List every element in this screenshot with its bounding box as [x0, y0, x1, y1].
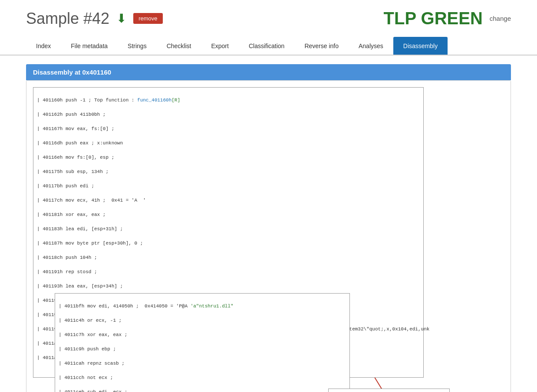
disassembly-container[interactable]: | 401160h push -1 ; Top function : func_…: [26, 80, 511, 392]
disassembly-section: Disassembly at 0x401160: [26, 64, 511, 392]
navigation-tabs: Index File metadata Strings Checklist Ex…: [0, 37, 537, 56]
tab-file-metadata[interactable]: File metadata: [61, 37, 118, 55]
tab-classification[interactable]: Classification: [239, 37, 294, 55]
tab-reverse-info[interactable]: Reverse info: [294, 37, 349, 55]
disasm-graph: | 401160h push -1 ; Top function : func_…: [31, 85, 506, 389]
download-icon[interactable]: ⬇: [116, 11, 126, 26]
tab-index[interactable]: Index: [26, 37, 61, 55]
main-content: Disassembly at 0x401160: [0, 56, 537, 392]
tab-disassembly[interactable]: Disassembly: [393, 37, 448, 55]
tab-analyses[interactable]: Analyses: [349, 37, 393, 55]
page-title: Sample #42: [26, 10, 109, 28]
disassembly-title: Disassembly at 0x401160: [26, 64, 511, 80]
page-header: Sample #42 ⬇ remove TLP GREEN change: [0, 0, 537, 37]
tab-checklist[interactable]: Checklist: [157, 37, 201, 55]
tlp-label: TLP GREEN: [384, 9, 483, 28]
header-right: TLP GREEN change: [384, 9, 511, 28]
remove-button[interactable]: remove: [133, 13, 162, 24]
header-left: Sample #42 ⬇ remove: [26, 10, 163, 28]
tab-strings[interactable]: Strings: [118, 37, 157, 55]
code-block-bottom-right: | 4011a7h pop edi ; | 4011a8h mov ecx, […: [328, 389, 450, 392]
change-link[interactable]: change: [490, 15, 511, 22]
code-block-bottom-left: | 4011bfh mov edi, 414050h ; 0x414050 = …: [55, 293, 350, 392]
tab-export[interactable]: Export: [201, 37, 238, 55]
